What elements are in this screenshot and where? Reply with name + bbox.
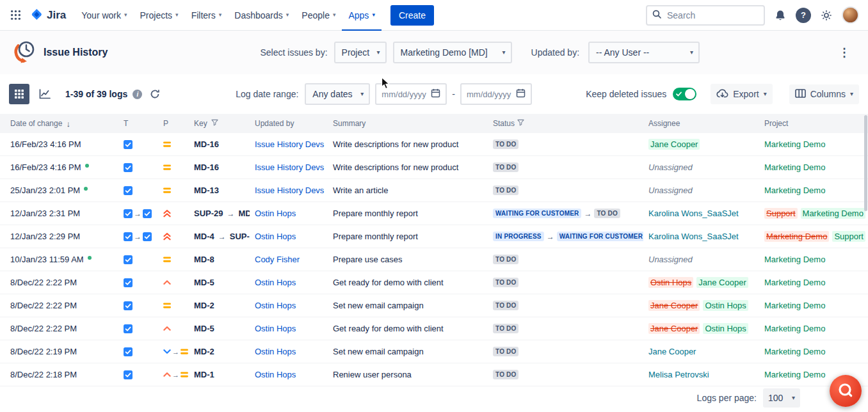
nav-your-work[interactable]: Your work▾ — [75, 0, 133, 31]
project-value[interactable]: Marketing Demo — [764, 370, 825, 379]
table-row[interactable]: 8/Dec/22 2:19 PM→MD-2Ostin HopsSet new e… — [0, 340, 868, 363]
table-row[interactable]: 16/Feb/23 4:16 PMMD-16Issue History Devs… — [0, 156, 868, 179]
project-value[interactable]: Marketing Demo — [764, 301, 825, 310]
updated-by-link[interactable]: Ostin Hops — [255, 347, 296, 356]
app-switcher-icon[interactable] — [6, 6, 25, 24]
updated-by-link[interactable]: Issue History Devs — [255, 162, 324, 172]
project-value[interactable]: Marketing Demo — [801, 208, 865, 219]
cell-status: TO DO — [488, 156, 643, 178]
more-options-kebab-icon[interactable]: ⋮ — [832, 44, 856, 61]
table-row[interactable]: 8/Dec/22 2:22 PMMD-5Ostin HopsGet ready … — [0, 271, 868, 294]
nav-filters[interactable]: Filters▾ — [185, 0, 229, 31]
issue-key[interactable]: MD-5 — [194, 324, 214, 333]
date-preset-select[interactable]: Any dates▾ — [305, 83, 370, 105]
assignee-value[interactable]: Ostin Hops — [648, 277, 693, 288]
vertical-scrollbar[interactable] — [864, 115, 867, 211]
issue-key[interactable]: SUP-29 — [194, 209, 223, 218]
info-icon[interactable]: i — [133, 90, 142, 99]
table-row[interactable]: 16/Feb/23 4:16 PMMD-16Issue History Devs… — [0, 133, 868, 156]
grid-view-button[interactable] — [9, 84, 29, 104]
table-row[interactable]: 12/Jan/23 2:31 PM→SUP-29→MD-9Ostin HopsP… — [0, 202, 868, 225]
table-row[interactable]: 12/Jan/23 2:29 PM→MD-4→SUP-29Ostin HopsP… — [0, 225, 868, 248]
updated-by-link[interactable]: Issue History Devs — [255, 139, 324, 149]
search-input[interactable] — [666, 10, 759, 21]
date-to-input[interactable]: mm/dd/yyyy — [460, 83, 532, 105]
issue-key[interactable]: MD-9 — [239, 209, 250, 218]
header-date-of-change[interactable]: Date of change↓ — [0, 114, 118, 133]
project-value[interactable]: Marketing Demo — [764, 255, 825, 264]
assignee-value[interactable]: Jane Cooper — [696, 277, 748, 288]
table-row[interactable]: 8/Dec/22 2:22 PMMD-2Ostin HopsSet new em… — [0, 294, 868, 317]
table-row[interactable]: 25/Jan/23 2:01 PMMD-13Issue History Devs… — [0, 179, 868, 202]
assignee-value[interactable]: Jane Cooper — [648, 347, 696, 356]
jira-logo[interactable]: Jira — [30, 8, 66, 23]
issue-key[interactable]: MD-2 — [194, 301, 214, 310]
updated-by-link[interactable]: Ostin Hops — [255, 278, 296, 287]
updated-by-link[interactable]: Ostin Hops — [255, 301, 296, 310]
issue-key[interactable]: MD-5 — [194, 278, 214, 287]
header-key[interactable]: Key — [189, 114, 250, 133]
project-value[interactable]: Marketing Demo — [764, 162, 825, 172]
notifications-icon[interactable] — [775, 10, 786, 21]
refresh-icon[interactable] — [150, 89, 160, 99]
settings-gear-icon[interactable] — [821, 10, 832, 21]
updated-by-link[interactable]: Ostin Hops — [255, 324, 296, 333]
updated-by-link[interactable]: Ostin Hops — [255, 370, 296, 379]
global-search[interactable] — [646, 5, 765, 26]
calendar-icon[interactable] — [431, 88, 440, 100]
assignee-value[interactable]: Jane Cooper — [648, 323, 700, 334]
issue-key[interactable]: MD-8 — [194, 255, 214, 264]
issue-source-select[interactable]: Project▾ — [334, 42, 387, 63]
project-value[interactable]: Support — [764, 208, 798, 219]
calendar-icon[interactable] — [516, 88, 526, 100]
assignee-value[interactable]: Karolina Wons_SaaSJet — [648, 232, 739, 241]
nav-projects[interactable]: Projects▾ — [134, 0, 185, 31]
updated-by-link[interactable]: Issue History Devs — [255, 186, 324, 195]
issue-key[interactable]: MD-1 — [194, 370, 214, 379]
project-select[interactable]: Marketing Demo [MD]▾ — [393, 42, 512, 63]
filter-icon[interactable] — [517, 119, 524, 128]
assignee-value[interactable]: Karolina Wons_SaaSJet — [648, 209, 739, 218]
nav-apps[interactable]: Apps▾ — [342, 0, 381, 31]
project-value[interactable]: Marketing Demo — [764, 278, 825, 287]
nav-people[interactable]: People▾ — [295, 0, 342, 31]
project-value[interactable]: Marketing Demo — [764, 324, 825, 333]
table-row[interactable]: 8/Dec/22 2:18 PM→MD-1Ostin HopsReniew us… — [0, 363, 868, 386]
logs-per-page-select[interactable]: 100▾ — [763, 388, 800, 408]
assignee-value[interactable]: Jane Cooper — [648, 300, 700, 311]
assignee-value[interactable]: Jane Cooper — [648, 139, 700, 150]
updated-by-link[interactable]: Ostin Hops — [255, 232, 296, 241]
updated-by-link[interactable]: Cody Fisher — [255, 255, 300, 264]
chart-view-button[interactable] — [35, 84, 55, 104]
issue-key[interactable]: MD-4 — [194, 232, 214, 241]
project-value[interactable]: Marketing Demo — [764, 231, 829, 242]
nav-dashboards[interactable]: Dashboards▾ — [228, 0, 295, 31]
export-button[interactable]: Export ▾ — [711, 84, 773, 104]
create-button[interactable]: Create — [390, 5, 434, 26]
issue-key[interactable]: MD-16 — [194, 139, 219, 149]
project-value[interactable]: Marketing Demo — [764, 347, 825, 356]
issue-key[interactable]: MD-16 — [194, 162, 219, 172]
keep-deleted-toggle[interactable] — [673, 88, 696, 100]
filter-icon[interactable] — [211, 119, 218, 128]
chat-widget-button[interactable] — [830, 375, 862, 407]
assignee-value[interactable]: Ostin Hops — [703, 323, 748, 334]
header-status[interactable]: Status — [488, 114, 643, 133]
help-icon[interactable]: ? — [796, 8, 811, 23]
issue-key[interactable]: SUP-29 — [230, 232, 250, 241]
user-avatar[interactable] — [842, 6, 859, 24]
date-from-input[interactable]: mm/dd/yyyy — [375, 83, 447, 105]
columns-button[interactable]: Columns ▾ — [789, 84, 859, 104]
project-value[interactable]: Support — [832, 231, 865, 242]
table-row[interactable]: 10/Jan/23 11:59 AMMD-8Cody FisherPrepare… — [0, 248, 868, 271]
table-row[interactable]: 8/Dec/22 2:22 PMMD-5Ostin HopsGet ready … — [0, 317, 868, 340]
updated-by-select[interactable]: -- Any User --▾ — [588, 42, 700, 63]
issue-key[interactable]: MD-2 — [194, 347, 214, 356]
project-value[interactable]: Marketing Demo — [764, 139, 825, 149]
issue-key[interactable]: MD-13 — [194, 186, 219, 195]
updated-by-link[interactable]: Ostin Hops — [255, 209, 296, 218]
assignee-value[interactable]: Melisa Petrovski — [648, 370, 709, 379]
sort-descending-icon[interactable]: ↓ — [66, 119, 70, 129]
assignee-value[interactable]: Ostin Hops — [703, 300, 748, 311]
project-value[interactable]: Marketing Demo — [764, 186, 825, 195]
